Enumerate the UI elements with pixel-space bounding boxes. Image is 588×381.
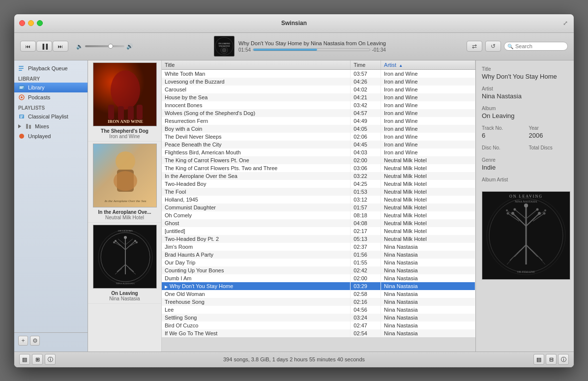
table-row[interactable]: Our Day Trip01:55Nina Nastasia — [162, 259, 475, 266]
status-view-btn-2[interactable]: ⊟ — [546, 354, 557, 365]
next-button[interactable]: ⏭ — [53, 41, 68, 52]
sidebar-item-classical-playlist[interactable]: Classical Playlist — [14, 112, 88, 121]
table-row[interactable]: If We Go To The West02:54Nina Nastasia — [162, 329, 475, 337]
table-row[interactable]: Boy with a Coin04:05Iron and Wine — [162, 125, 475, 133]
table-row[interactable]: Innocent Bones03:42Iron and Wine — [162, 101, 475, 109]
svg-point-31 — [114, 171, 137, 191]
table-row[interactable]: Brad Haunts A Party01:56Nina Nastasia — [162, 251, 475, 259]
table-row[interactable]: Flightless Bird, American Mouth04:03Iron… — [162, 148, 475, 156]
add-button[interactable]: + — [18, 336, 28, 346]
table-row[interactable]: ▶Why Don't You Stay Home03:29Nina Nastas… — [162, 282, 475, 290]
maximize-button[interactable] — [37, 20, 43, 26]
song-time-cell: 04:21 — [351, 93, 381, 101]
table-row[interactable]: Oh Comely08:18Neutral Milk Hotel — [162, 211, 475, 219]
repeat-button[interactable]: ↺ — [485, 41, 501, 52]
table-row[interactable]: House by the Sea04:21Iron and Wine — [162, 93, 475, 101]
info-title-field: Title Why Don't You Stay Home — [482, 66, 568, 80]
prev-button[interactable]: ⏮ — [20, 41, 36, 52]
col-header-time[interactable]: Time — [351, 60, 381, 70]
song-time-cell: 04:03 — [351, 148, 381, 156]
close-button[interactable] — [19, 20, 25, 26]
sidebar-item-podcasts[interactable]: Podcasts — [14, 92, 88, 102]
minimize-button[interactable] — [28, 20, 34, 26]
sidebar-item-library[interactable]: Library — [14, 83, 88, 92]
album-name-on-leaving: On Leaving — [90, 291, 159, 296]
table-row[interactable]: Treehouse Song02:16Nina Nastasia — [162, 298, 475, 306]
song-time-cell: 04:57 — [351, 109, 381, 117]
song-artist-cell: Nina Nastasia — [381, 314, 475, 322]
table-row[interactable]: The Devil Never Sleeps02:06Iron and Wine — [162, 133, 475, 141]
svg-point-76 — [538, 212, 541, 215]
table-row[interactable]: Two-Headed Boy04:25Neutral Milk Hotel — [162, 180, 475, 188]
table-row[interactable]: Counting Up Your Bones02:42Nina Nastasia — [162, 266, 475, 274]
play-pause-button[interactable]: ▐▐ — [36, 41, 52, 52]
info-artist-value: Nina Nastasia — [482, 92, 568, 100]
song-time-cell: 04:45 — [351, 141, 381, 148]
expand-button[interactable]: ⤢ — [562, 20, 569, 27]
col-header-artist[interactable]: Artist ▲ — [381, 60, 475, 70]
table-row[interactable]: Lee04:56Nina Nastasia — [162, 306, 475, 314]
table-row[interactable]: Two-Headed Boy Pt. 205:13Neutral Milk Ho… — [162, 235, 475, 243]
status-info-btn[interactable]: ⓘ — [558, 354, 569, 365]
album-entry-iron-wine[interactable]: IRON AND WINE The Shepherd's Dog Iron an… — [88, 60, 161, 142]
col-header-title[interactable]: Title — [162, 60, 351, 70]
song-time-cell: 05:13 — [351, 235, 381, 243]
shuffle-button[interactable]: ⇄ — [467, 41, 482, 52]
table-row[interactable]: White Tooth Man03:57Iron and Wine — [162, 69, 475, 78]
table-row[interactable]: Settling Song03:24Nina Nastasia — [162, 314, 475, 322]
progress-bar[interactable] — [253, 48, 370, 51]
table-row[interactable]: Bird Of Cuzco02:47Nina Nastasia — [162, 322, 475, 329]
table-row[interactable]: Holland, 194503:12Neutral Milk Hotel — [162, 196, 475, 204]
view-grid-button[interactable]: ⊞ — [32, 354, 43, 365]
song-time-cell: 02:06 — [351, 133, 381, 141]
album-entry-on-leaving[interactable]: ON LEAVING NINA NASTASIA On Leaving Nina… — [88, 223, 161, 304]
info-album-label: Album — [482, 106, 568, 111]
info-genre-value: Indie — [482, 164, 568, 171]
settings-button[interactable]: ⚙ — [30, 336, 40, 346]
table-row[interactable]: The Fool01:53Neutral Milk Hotel — [162, 188, 475, 196]
song-artist-cell: Neutral Milk Hotel — [381, 188, 475, 196]
table-row[interactable]: Wolves (Song of the Shepherd's Dog)04:57… — [162, 109, 475, 117]
svg-point-78 — [536, 208, 539, 210]
table-row[interactable]: [untitled]02:17Neutral Milk Hotel — [162, 227, 475, 235]
album-name-aeroplane: In the Aeroplane Ove... — [90, 209, 159, 215]
table-row[interactable]: Ghost04:08Neutral Milk Hotel — [162, 219, 475, 227]
sidebar-item-mixes[interactable]: Mixes — [14, 121, 88, 131]
table-row[interactable]: Carousel04:02Iron and Wine — [162, 86, 475, 93]
info-disc-col: Disc No. — [482, 145, 521, 151]
song-artist-cell: Neutral Milk Hotel — [381, 204, 475, 211]
info-track-col: Track No. 6 — [482, 125, 521, 139]
status-view-btn-1[interactable]: ▤ — [533, 354, 544, 365]
table-row[interactable]: In the Aeroplane Over the Sea03:22Neutra… — [162, 172, 475, 180]
table-row[interactable]: Dumb I Am02:00Nina Nastasia — [162, 274, 475, 282]
classical-playlist-label: Classical Playlist — [28, 114, 68, 119]
playlist-icon — [18, 113, 25, 120]
search-input[interactable] — [515, 43, 564, 49]
table-row[interactable]: The King of Carrot Flowers Pt. One02:00N… — [162, 156, 475, 164]
sidebar-item-unplayed[interactable]: Unplayed — [14, 131, 88, 141]
table-row[interactable]: Peace Beneath the City04:45Iron and Wine — [162, 141, 475, 148]
table-row[interactable]: Lovesong of the Buzzard04:26Iron and Win… — [162, 78, 475, 86]
albums-panel: IRON AND WINE The Shepherd's Dog Iron an… — [88, 60, 162, 352]
song-time-cell: 02:58 — [351, 290, 381, 298]
svg-point-79 — [507, 212, 509, 214]
song-title-cell: Jim's Room — [162, 243, 351, 251]
info-album-artist-label: Album Artist — [482, 177, 568, 182]
song-artist-cell: Iron and Wine — [381, 93, 475, 101]
song-time-cell: 03:06 — [351, 164, 381, 172]
view-list-button[interactable]: ▤ — [19, 354, 30, 365]
table-row[interactable]: Jim's Room02:37Nina Nastasia — [162, 243, 475, 251]
sidebar-item-playback-queue[interactable]: Playback Queue — [14, 63, 88, 73]
song-artist-cell: Nina Nastasia — [381, 251, 475, 259]
album-entry-nmh[interactable]: In the Aeroplane Over the Sea In the Aer… — [88, 142, 161, 223]
table-row[interactable]: The King of Carrot Flowers Pts. Two and … — [162, 164, 475, 172]
info-total-discs-label: Total Discs — [529, 145, 568, 150]
song-title-cell: Wolves (Song of the Shepherd's Dog) — [162, 109, 351, 117]
info-button[interactable]: ⓘ — [45, 354, 56, 365]
table-row[interactable]: Resurrection Fern04:49Iron and Wine — [162, 117, 475, 125]
volume-low-icon: 🔈 — [76, 43, 83, 50]
volume-slider[interactable] — [85, 45, 124, 47]
svg-rect-16 — [20, 117, 22, 118]
table-row[interactable]: Communist Daughter01:57Neutral Milk Hote… — [162, 204, 475, 211]
table-row[interactable]: One Old Woman02:58Nina Nastasia — [162, 290, 475, 298]
